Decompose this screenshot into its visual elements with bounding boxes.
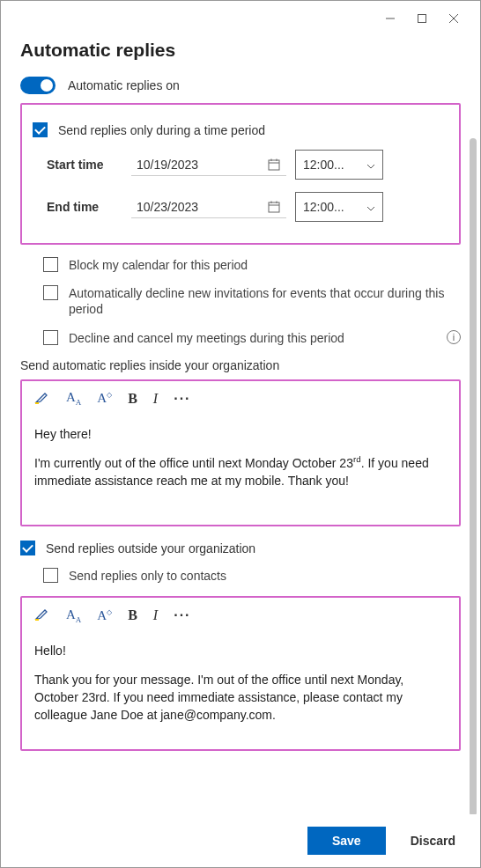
start-time-field[interactable]: 12:00...: [295, 150, 383, 180]
titlebar: [1, 1, 480, 36]
calendar-icon[interactable]: [267, 158, 281, 172]
end-time-row: End time 10/23/2023 12:00...: [47, 192, 448, 222]
calendar-options: Block my calendar for this period Automa…: [43, 257, 461, 346]
minimize-button[interactable]: [374, 6, 406, 31]
calendar-icon[interactable]: [267, 200, 281, 214]
decline-new-checkbox[interactable]: [43, 285, 58, 300]
italic-button[interactable]: I: [153, 391, 158, 407]
start-date-field[interactable]: 10/19/2023: [131, 154, 286, 176]
font-color-icon[interactable]: AA: [66, 607, 81, 624]
end-time-field[interactable]: 12:00...: [295, 192, 383, 222]
block-calendar-checkbox[interactable]: [43, 257, 58, 272]
only-contacts-checkbox[interactable]: [43, 568, 58, 583]
outside-editor: AA A◇ B I ··· Hello! Thank you for your …: [20, 596, 461, 750]
time-period-checkbox[interactable]: [33, 122, 48, 137]
send-outside-row[interactable]: Send replies outside your organization: [20, 541, 461, 555]
highlight-icon[interactable]: [34, 390, 50, 408]
outside-line1: Hello!: [34, 642, 447, 659]
time-period-checkbox-row[interactable]: Send replies only during a time period: [33, 122, 448, 137]
start-time-value: 12:00...: [303, 158, 344, 172]
close-button[interactable]: [438, 6, 470, 31]
italic-button[interactable]: I: [153, 607, 158, 623]
start-time-label: Start time: [47, 158, 131, 172]
inside-editor-body[interactable]: Hey there! I'm currently out of the offi…: [22, 416, 459, 526]
auto-replies-toggle[interactable]: [20, 77, 56, 94]
time-period-box: Send replies only during a time period S…: [20, 103, 461, 245]
send-outside-checkbox[interactable]: [20, 541, 35, 555]
more-button[interactable]: ···: [174, 391, 190, 407]
outside-editor-body[interactable]: Hello! Thank you for your message. I'm o…: [22, 633, 459, 748]
block-calendar-label: Block my calendar for this period: [69, 257, 461, 273]
end-date-field[interactable]: 10/23/2023: [131, 196, 286, 218]
font-size-icon[interactable]: A◇: [97, 391, 112, 406]
outside-toolbar: AA A◇ B I ···: [22, 598, 459, 633]
auto-replies-toggle-row: Automatic replies on: [20, 77, 461, 94]
end-time-label: End time: [47, 200, 131, 214]
svg-rect-8: [269, 202, 279, 212]
end-date-value: 10/23/2023: [137, 200, 198, 214]
highlight-icon[interactable]: [34, 607, 50, 624]
inside-line2: I'm currently out of the office until ne…: [34, 453, 447, 489]
send-outside-label: Send replies outside your organization: [46, 541, 255, 555]
maximize-button[interactable]: [406, 6, 438, 31]
inside-org-label: Send automatic replies inside your organ…: [20, 358, 461, 372]
automatic-replies-dialog: Automatic replies Automatic replies on S…: [0, 0, 481, 868]
inside-line1: Hey there!: [34, 425, 447, 443]
start-date-value: 10/19/2023: [137, 158, 198, 172]
svg-rect-4: [269, 160, 279, 170]
info-icon[interactable]: i: [447, 330, 461, 344]
font-size-icon[interactable]: A◇: [97, 608, 112, 623]
discard-button[interactable]: Discard: [405, 833, 461, 849]
content-area: Automatic replies Automatic replies on S…: [1, 36, 480, 814]
end-time-value: 12:00...: [303, 200, 344, 214]
only-contacts-label: Send replies only to contacts: [69, 568, 461, 584]
cancel-meetings-row[interactable]: Decline and cancel my meetings during th…: [43, 330, 461, 346]
time-period-checkbox-label: Send replies only during a time period: [58, 123, 265, 137]
cancel-meetings-label: Decline and cancel my meetings during th…: [69, 330, 440, 346]
bold-button[interactable]: B: [128, 607, 137, 623]
block-calendar-row[interactable]: Block my calendar for this period: [43, 257, 461, 273]
svg-rect-1: [418, 15, 426, 23]
outside-line2: Thank you for your message. I'm out of t…: [34, 671, 447, 725]
bold-button[interactable]: B: [128, 391, 137, 407]
only-contacts-row[interactable]: Send replies only to contacts: [43, 568, 461, 584]
footer: Save Discard: [1, 814, 480, 867]
font-color-icon[interactable]: AA: [66, 390, 81, 407]
inside-editor: AA A◇ B I ··· Hey there! I'm currently o…: [20, 379, 461, 527]
chevron-down-icon: [366, 158, 375, 172]
decline-new-row[interactable]: Automatically decline new invitations fo…: [43, 285, 461, 317]
chevron-down-icon: [366, 200, 375, 214]
cancel-meetings-checkbox[interactable]: [43, 330, 58, 345]
auto-replies-toggle-label: Automatic replies on: [68, 78, 180, 92]
save-button[interactable]: Save: [307, 827, 386, 855]
scrollbar[interactable]: [470, 138, 477, 814]
decline-new-label: Automatically decline new invitations fo…: [69, 285, 461, 317]
start-time-row: Start time 10/19/2023 12:00...: [47, 150, 448, 180]
page-title: Automatic replies: [20, 40, 461, 61]
inside-toolbar: AA A◇ B I ···: [22, 381, 459, 416]
more-button[interactable]: ···: [174, 607, 190, 623]
